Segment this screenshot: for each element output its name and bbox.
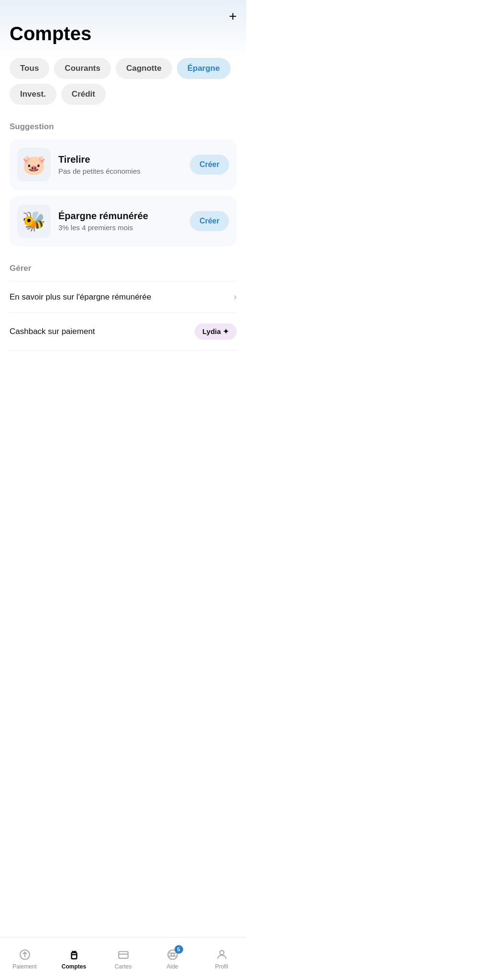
gerer-label: Gérer <box>10 264 237 273</box>
suggestion-title-epargne-remuneree: Épargne rémunérée <box>58 211 182 222</box>
suggestion-sub-epargne-remuneree: 3% les 4 premiers mois <box>58 223 182 232</box>
manage-row-text-learn-epargne: En savoir plus sur l'épargne rémunérée <box>10 292 151 302</box>
add-button[interactable]: + <box>229 10 237 23</box>
suggestion-sub-tirelire: Pas de petites économies <box>58 167 182 175</box>
filter-chips: TousCourantsCagnotteÉpargneInvest.Crédit <box>10 58 237 105</box>
suggestion-label: Suggestion <box>10 122 237 132</box>
filter-chip-cagnotte[interactable]: Cagnotte <box>116 58 172 79</box>
chevron-icon: › <box>234 292 237 302</box>
filter-chip-credit[interactable]: Crédit <box>61 84 106 105</box>
filter-chip-invest[interactable]: Invest. <box>10 84 56 105</box>
creer-button-epargne-remuneree[interactable]: Créer <box>190 211 229 231</box>
filter-chip-courants[interactable]: Courants <box>54 58 111 79</box>
suggestion-info-epargne-remuneree: Épargne rémunérée3% les 4 premiers mois <box>58 211 182 232</box>
suggestion-card-tirelire: 🐷TirelirePas de petites économiesCréer <box>10 139 237 190</box>
suggestion-info-tirelire: TirelirePas de petites économies <box>58 154 182 175</box>
suggestion-list: 🐷TirelirePas de petites économiesCréer🐝É… <box>10 139 237 246</box>
filter-chip-tous[interactable]: Tous <box>10 58 49 79</box>
suggestion-card-epargne-remuneree: 🐝Épargne rémunérée3% les 4 premiers mois… <box>10 196 237 246</box>
page-title: Comptes <box>10 23 237 45</box>
suggestion-icon-epargne-remuneree: 🐝 <box>17 204 51 238</box>
manage-row-text-cashback: Cashback sur paiement <box>10 327 95 336</box>
filter-chip-epargne[interactable]: Épargne <box>177 58 230 79</box>
suggestion-title-tirelire: Tirelire <box>58 154 182 165</box>
manage-row-cashback[interactable]: Cashback sur paiementLydia ✦ <box>10 312 237 351</box>
manage-row-learn-epargne[interactable]: En savoir plus sur l'épargne rémunérée› <box>10 281 237 312</box>
creer-button-tirelire[interactable]: Créer <box>190 155 229 175</box>
manage-rows: En savoir plus sur l'épargne rémunérée›C… <box>10 281 237 351</box>
lydia-badge: Lydia ✦ <box>195 323 237 340</box>
suggestion-icon-tirelire: 🐷 <box>17 148 51 181</box>
